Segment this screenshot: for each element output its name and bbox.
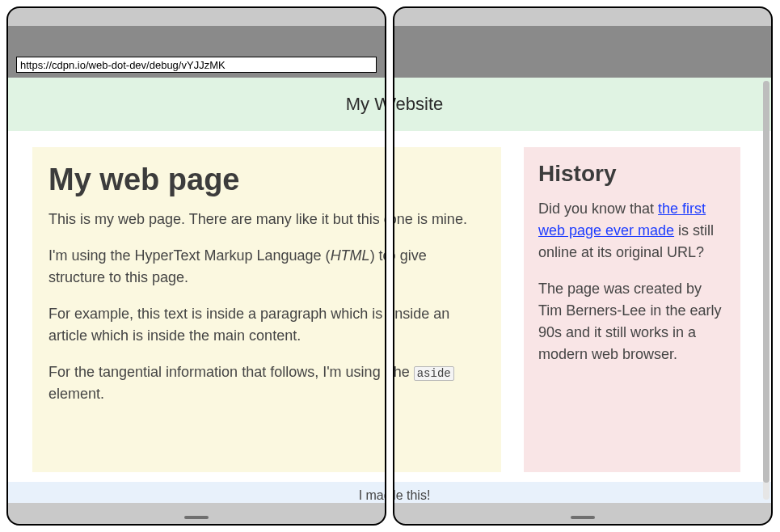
site-title: My Website <box>346 95 385 113</box>
article-heading: My web page <box>394 163 485 197</box>
text: For the tangential information that foll… <box>48 364 385 380</box>
article-p3: For example, this text is inside a parag… <box>394 303 485 347</box>
page-header: My Website <box>394 78 771 131</box>
text: element. <box>48 386 104 402</box>
page-body: My web page This is my web page. There a… <box>8 131 385 472</box>
aside-code-chip: aside <box>414 366 454 381</box>
main-article: My web page This is my web page. There a… <box>394 147 501 472</box>
browser-chrome <box>394 26 771 78</box>
vertical-scrollbar[interactable] <box>763 81 769 500</box>
web-page: My Website My web page This is my web pa… <box>394 78 771 503</box>
page-footer: I made this! <box>394 482 771 503</box>
url-bar[interactable] <box>16 57 377 73</box>
article-p2: I'm using the HyperText Markup Language … <box>48 245 385 289</box>
main-article: My web page This is my web page. There a… <box>32 147 385 472</box>
article-p3: For example, this text is inside a parag… <box>48 303 385 347</box>
tablet-right: My Website My web page This is my web pa… <box>393 6 773 526</box>
html-em: HTML <box>331 247 370 264</box>
text: For the tangential information that foll… <box>394 364 414 380</box>
page-body: My web page This is my web page. There a… <box>394 131 771 472</box>
aside-p2: The page was created by Tim Berners-Lee … <box>538 278 726 365</box>
footer-text: I made this! <box>359 488 385 502</box>
scrollbar-thumb[interactable] <box>763 81 769 483</box>
text: I'm using the HyperText Markup Language … <box>48 247 331 264</box>
home-indicator-icon <box>571 516 595 519</box>
tablet-left: My Website My web page This is my web pa… <box>6 6 386 526</box>
article-p1: This is my web page. There are many like… <box>394 209 485 230</box>
article-p4: For the tangential information that foll… <box>48 361 385 405</box>
article-p2: I'm using the HyperText Markup Language … <box>394 245 485 289</box>
text: Did you know that <box>538 201 658 217</box>
aside-heading: History <box>538 162 726 187</box>
page-footer: I made this! <box>8 482 385 503</box>
article-p1: This is my web page. There are many like… <box>48 209 385 230</box>
aside-p1: Did you know that the first web page eve… <box>538 198 726 264</box>
viewport-right[interactable]: My Website My web page This is my web pa… <box>394 78 771 503</box>
text: ) to give structure to this page. <box>394 247 427 285</box>
page-header: My Website <box>8 78 385 131</box>
site-title: My Website <box>394 95 443 113</box>
footer-text: I made this! <box>394 488 430 502</box>
article-p4: For the tangential information that foll… <box>394 361 485 405</box>
viewport-left[interactable]: My Website My web page This is my web pa… <box>8 78 385 503</box>
home-indicator-icon <box>184 516 209 519</box>
article-heading: My web page <box>48 163 385 197</box>
history-aside: History Did you know that the first web … <box>524 147 740 472</box>
web-page: My Website My web page This is my web pa… <box>8 78 385 503</box>
